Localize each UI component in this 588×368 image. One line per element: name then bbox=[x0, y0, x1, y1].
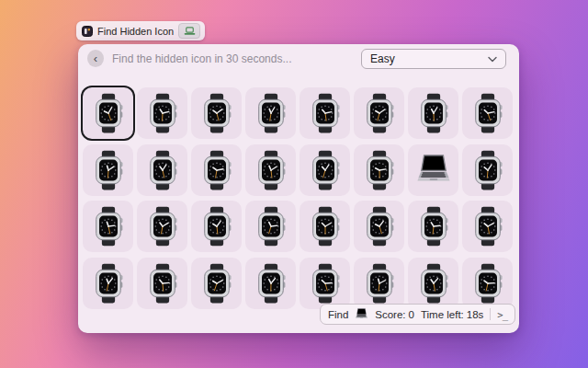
hidden-target-button[interactable] bbox=[178, 23, 200, 39]
watch-icon bbox=[470, 206, 505, 247]
time-left-indicator: Time left: 18s bbox=[421, 309, 483, 320]
grid-cell-watch[interactable] bbox=[191, 144, 242, 196]
grid-cell-watch[interactable] bbox=[137, 144, 187, 196]
score-indicator: Score: 0 bbox=[375, 309, 414, 320]
grid-cell-watch[interactable] bbox=[300, 87, 350, 139]
grid-cell-watch[interactable] bbox=[245, 258, 296, 309]
laptop-icon bbox=[355, 307, 368, 321]
window-title: Find Hidden Icon bbox=[97, 26, 174, 37]
laptop-icon bbox=[415, 152, 452, 189]
grid-cell-watch[interactable] bbox=[408, 258, 458, 309]
grid-cell-watch[interactable] bbox=[462, 144, 513, 196]
laptop-icon bbox=[184, 27, 196, 36]
desktop-background: Find Hidden Icon ‹ Find the hidden icon … bbox=[0, 0, 588, 368]
grid-cell-watch[interactable] bbox=[462, 87, 513, 139]
time-left-value: 18s bbox=[467, 309, 484, 320]
terminal-prompt-button[interactable]: >_ bbox=[497, 309, 507, 320]
watch-icon bbox=[308, 263, 343, 304]
watch-icon bbox=[91, 206, 126, 247]
watch-icon bbox=[199, 150, 234, 190]
grid-cell-watch[interactable] bbox=[408, 201, 458, 252]
watch-icon bbox=[416, 206, 451, 247]
grid-cell-watch[interactable] bbox=[83, 87, 133, 139]
watch-icon bbox=[254, 93, 288, 133]
grid-cell-watch[interactable] bbox=[245, 201, 296, 252]
grid-cell-watch[interactable] bbox=[354, 87, 404, 139]
grid-cell-watch[interactable] bbox=[354, 201, 404, 252]
watch-icon bbox=[145, 206, 180, 247]
watch-icon bbox=[199, 263, 234, 304]
app-icon bbox=[82, 26, 93, 37]
watch-icon bbox=[145, 150, 180, 190]
grid-cell-laptop[interactable] bbox=[408, 144, 458, 196]
grid-cell-watch[interactable] bbox=[245, 87, 296, 139]
grid-cell-watch[interactable] bbox=[462, 201, 513, 252]
watch-icon bbox=[199, 93, 234, 133]
chevron-down-icon bbox=[488, 56, 497, 63]
watch-icon bbox=[308, 93, 343, 133]
grid-cell-watch[interactable] bbox=[137, 258, 187, 309]
watch-icon bbox=[199, 206, 234, 247]
watch-icon bbox=[308, 150, 343, 190]
watch-icon bbox=[470, 93, 505, 133]
watch-icon bbox=[362, 150, 397, 190]
grid-cell-watch[interactable] bbox=[83, 144, 133, 196]
grid-cell-watch[interactable] bbox=[191, 87, 242, 139]
grid-cell-watch[interactable] bbox=[354, 258, 404, 309]
grid-cell-watch[interactable] bbox=[354, 144, 404, 196]
status-bar: Find Score: 0 Time left: 18s >_ bbox=[320, 304, 515, 325]
watch-icon bbox=[308, 206, 343, 247]
grid-cell-watch[interactable] bbox=[300, 258, 350, 309]
grid-cell-watch[interactable] bbox=[408, 87, 458, 139]
watch-icon bbox=[254, 150, 288, 190]
icon-grid bbox=[83, 87, 513, 309]
divider bbox=[490, 308, 491, 320]
grid-cell-watch[interactable] bbox=[300, 144, 350, 196]
watch-icon bbox=[145, 93, 180, 133]
watch-icon bbox=[254, 206, 288, 247]
watch-icon bbox=[362, 263, 397, 304]
grid-cell-watch[interactable] bbox=[83, 201, 133, 252]
back-button[interactable]: ‹ bbox=[87, 50, 104, 67]
grid-cell-watch[interactable] bbox=[191, 201, 242, 252]
laptop-icon bbox=[355, 307, 368, 321]
grid-cell-watch[interactable] bbox=[300, 201, 350, 252]
watch-icon bbox=[470, 263, 505, 304]
window-tab[interactable]: Find Hidden Icon bbox=[76, 21, 205, 40]
difficulty-select[interactable]: Easy bbox=[361, 49, 506, 69]
watch-icon bbox=[91, 263, 126, 304]
difficulty-selected-label: Easy bbox=[370, 52, 395, 65]
score-value: 0 bbox=[409, 309, 414, 320]
watch-icon bbox=[362, 93, 397, 133]
watch-icon bbox=[145, 263, 180, 304]
game-prompt: Find the hidden icon in 30 seconds... bbox=[112, 52, 291, 65]
time-left-label: Time left: bbox=[421, 309, 464, 320]
watch-icon bbox=[362, 206, 397, 247]
watch-icon bbox=[470, 150, 505, 190]
find-label: Find bbox=[328, 309, 348, 320]
grid-cell-watch[interactable] bbox=[191, 258, 242, 309]
watch-icon bbox=[416, 263, 451, 304]
grid-cell-watch[interactable] bbox=[137, 201, 187, 252]
grid-cell-watch[interactable] bbox=[137, 87, 187, 139]
watch-icon bbox=[91, 93, 126, 133]
grid-cell-watch[interactable] bbox=[245, 144, 296, 196]
watch-icon bbox=[254, 263, 288, 304]
grid-cell-watch[interactable] bbox=[462, 258, 513, 309]
game-window: ‹ Find the hidden icon in 30 seconds... … bbox=[78, 44, 519, 333]
score-label: Score: bbox=[375, 309, 405, 320]
grid-cell-watch[interactable] bbox=[83, 258, 133, 309]
watch-icon bbox=[416, 93, 451, 133]
watch-icon bbox=[91, 150, 126, 190]
